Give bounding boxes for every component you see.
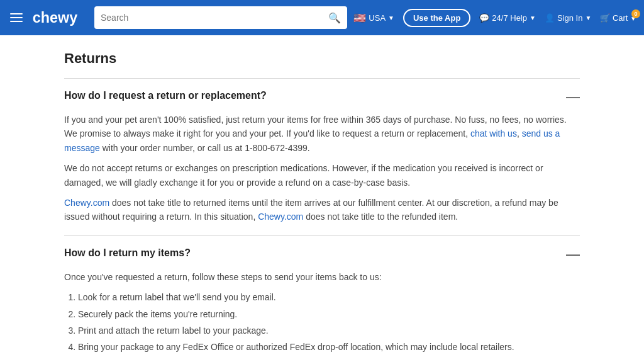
- main-content: Returns How do I request a return or rep…: [52, 35, 592, 362]
- faq-answer-1-p2: We do not accept returns or exchanges on…: [64, 161, 580, 189]
- chewy-logo[interactable]: chewy: [31, 8, 88, 27]
- faq-answer-2-outro: To find the nearest FedEx drop-off locat…: [64, 359, 580, 362]
- site-header: chewy 🔍 🇺🇸 USA ▼ Use the App 💬 24/7 Help…: [0, 0, 644, 35]
- search-bar[interactable]: 🔍: [94, 6, 347, 29]
- cart-count-badge: 0: [631, 9, 640, 18]
- faq-answer-2-steps: Look for a return label that we'll send …: [78, 290, 580, 354]
- use-app-button[interactable]: Use the App: [403, 9, 470, 27]
- faq-answer-2: Once you've requested a return, follow t…: [64, 270, 580, 362]
- faq-answer-1: If you and your pet aren't 100% satisfie…: [64, 113, 580, 224]
- chewy-com-link-1[interactable]: Chewy.com: [64, 198, 109, 208]
- chevron-down-icon: ▼: [530, 14, 536, 21]
- search-input[interactable]: [101, 13, 328, 23]
- user-icon: 👤: [545, 13, 555, 23]
- chevron-down-icon: ▼: [388, 14, 394, 21]
- country-label: USA: [369, 13, 386, 23]
- cart-icon: 🛒: [600, 13, 610, 23]
- faq-question-1: How do I request a return or replacement…: [64, 90, 267, 101]
- faq-section: How do I request a return or replacement…: [64, 78, 580, 362]
- faq-step-4: Bring your package to any FedEx Office o…: [78, 340, 580, 354]
- chewy-com-link-2[interactable]: Chewy.com: [258, 212, 303, 222]
- faq-step-2: Securely pack the items you're returning…: [78, 307, 580, 321]
- faq-question-row-1: How do I request a return or replacement…: [64, 90, 580, 104]
- faq-item-1: How do I request a return or replacement…: [64, 79, 580, 236]
- faq-answer-2-intro: Once you've requested a return, follow t…: [64, 270, 580, 284]
- cart-nav-item[interactable]: 🛒 0 Cart ▼: [600, 13, 636, 23]
- us-flag-icon: 🇺🇸: [353, 12, 366, 24]
- faq-question-2: How do I return my items?: [64, 247, 191, 259]
- faq-toggle-1[interactable]: —: [558, 90, 580, 104]
- header-nav: 🇺🇸 USA ▼ Use the App 💬 24/7 Help ▼ 👤 Sig…: [353, 9, 636, 27]
- hamburger-menu[interactable]: [8, 11, 25, 25]
- search-icon: 🔍: [328, 12, 341, 24]
- svg-text:chewy: chewy: [33, 9, 78, 26]
- country-selector[interactable]: 🇺🇸 USA ▼: [353, 12, 394, 24]
- help-nav-item[interactable]: 💬 24/7 Help ▼: [479, 13, 536, 23]
- faq-answer-1-p3: Chewy.com does not take title to returne…: [64, 196, 580, 224]
- faq-step-1: Look for a return label that we'll send …: [78, 290, 580, 304]
- faq-question-row-2: How do I return my items? —: [64, 247, 580, 261]
- faq-answer-1-p1: If you and your pet aren't 100% satisfie…: [64, 113, 580, 155]
- chevron-down-icon: ▼: [585, 14, 591, 21]
- faq-item-2: How do I return my items? — Once you've …: [64, 236, 580, 362]
- chat-icon: 💬: [479, 13, 489, 23]
- page-title: Returns: [64, 50, 580, 67]
- signin-nav-item[interactable]: 👤 Sign In ▼: [545, 13, 591, 23]
- chat-with-us-link[interactable]: chat with us: [470, 128, 517, 139]
- faq-toggle-2[interactable]: —: [558, 247, 580, 261]
- faq-step-3: Print and attach the return label to you…: [78, 324, 580, 337]
